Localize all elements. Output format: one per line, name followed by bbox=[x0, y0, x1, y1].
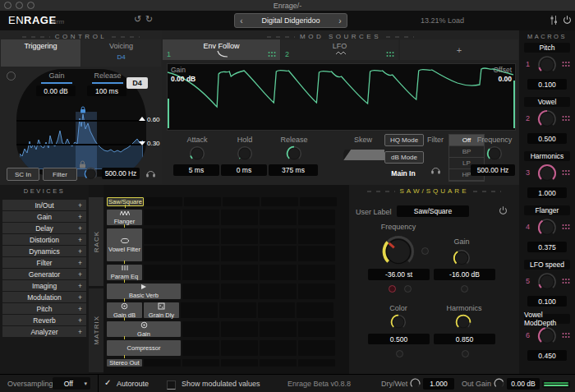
out-gain-knob[interactable] bbox=[494, 378, 504, 389]
matrix-cell[interactable] bbox=[221, 359, 258, 367]
device-category-row[interactable]: Gain + bbox=[2, 211, 86, 222]
rack-device-gain-db[interactable]: Gain dB bbox=[107, 302, 142, 318]
trigger-release-slider[interactable] bbox=[92, 82, 123, 84]
rack-device-param-eq[interactable]: Param Eq bbox=[107, 265, 142, 280]
matrix-cell[interactable] bbox=[144, 359, 181, 367]
mod-frequency-value[interactable]: 500.00 Hz bbox=[471, 164, 515, 176]
dry-wet-knob[interactable] bbox=[410, 378, 421, 389]
preset-next-icon[interactable]: › bbox=[334, 16, 347, 25]
macro-value[interactable]: 0.100 bbox=[527, 79, 567, 90]
out-gain-value[interactable]: 0.00 dB bbox=[507, 378, 540, 390]
macro-grid-icon[interactable] bbox=[562, 115, 570, 123]
macro-grid-icon[interactable] bbox=[562, 332, 570, 340]
matrix-cell[interactable] bbox=[182, 228, 219, 244]
matrix-cell[interactable] bbox=[221, 284, 258, 299]
matrix-cell[interactable] bbox=[144, 246, 181, 261]
note-badge[interactable]: D4 bbox=[126, 77, 148, 89]
add-device-icon[interactable]: + bbox=[78, 282, 82, 290]
mod-source-dot[interactable] bbox=[462, 350, 469, 357]
show-modulated-label[interactable]: Show modulated values bbox=[182, 380, 260, 388]
macro-knob[interactable] bbox=[537, 164, 557, 183]
matrix-cell[interactable] bbox=[182, 246, 219, 261]
device-category-row[interactable]: Delay + bbox=[2, 223, 86, 233]
control-frequency-knob[interactable] bbox=[84, 167, 98, 181]
matrix-cell[interactable] bbox=[298, 359, 335, 367]
macro-knob[interactable] bbox=[537, 326, 557, 346]
macro-grid-icon[interactable] bbox=[562, 61, 570, 69]
preset-prev-icon[interactable]: ‹ bbox=[235, 16, 248, 25]
matrix-cell[interactable] bbox=[144, 228, 181, 244]
device-category-row[interactable]: Reverb + bbox=[2, 315, 86, 325]
preset-name[interactable]: Digital Didgeridoo bbox=[248, 16, 334, 25]
matrix-cell[interactable] bbox=[298, 340, 335, 356]
main-in-label[interactable]: Main In bbox=[384, 168, 422, 178]
macro-label[interactable]: Vowel bbox=[524, 97, 570, 107]
macro-grid-icon[interactable] bbox=[562, 169, 570, 178]
skew-shape-control[interactable] bbox=[343, 147, 385, 164]
threshold-low-line[interactable] bbox=[16, 144, 146, 145]
env-follow-display[interactable]: Gain 0.00 dB Offset 0.00 bbox=[167, 63, 516, 131]
macro-value[interactable]: 1.000 bbox=[527, 187, 567, 198]
matrix-cell[interactable] bbox=[260, 340, 297, 356]
macro-value[interactable]: 0.100 bbox=[527, 296, 567, 307]
macro-grid-icon[interactable] bbox=[562, 278, 570, 286]
trigger-release-value[interactable]: 100 ms bbox=[87, 85, 126, 96]
hq-mode-button[interactable]: HQ Mode bbox=[384, 134, 424, 146]
power-icon[interactable] bbox=[563, 15, 572, 26]
matrix-cell[interactable] bbox=[300, 197, 337, 206]
add-mod-source-tab[interactable]: + bbox=[400, 39, 518, 60]
mod-source-dot-active[interactable] bbox=[389, 285, 396, 293]
osc-harmonics-knob[interactable] bbox=[455, 314, 472, 330]
headphone-icon[interactable] bbox=[430, 165, 441, 176]
trigger-gain-slider[interactable] bbox=[41, 82, 72, 84]
rack-device-grain-dly[interactable]: Grain Dly bbox=[144, 302, 179, 318]
matrix-cell[interactable] bbox=[260, 321, 297, 337]
add-device-icon[interactable]: + bbox=[78, 305, 82, 313]
device-category-row[interactable]: Dynamics + bbox=[2, 246, 86, 256]
attack-value[interactable]: 5 ms bbox=[173, 164, 219, 176]
matrix-cell[interactable] bbox=[260, 228, 297, 244]
macro-knob[interactable] bbox=[537, 218, 557, 238]
matrix-cell[interactable] bbox=[298, 246, 335, 261]
matrix-cell[interactable] bbox=[298, 228, 335, 244]
preset-selector[interactable]: ‹ Digital Didgeridoo › bbox=[234, 13, 347, 28]
rack-tab[interactable]: RACK bbox=[89, 197, 104, 286]
hold-value[interactable]: 0 ms bbox=[221, 164, 267, 176]
matrix-cell[interactable] bbox=[298, 210, 335, 225]
matrix-cell[interactable] bbox=[297, 302, 334, 318]
mod-amount-dot[interactable] bbox=[421, 247, 429, 255]
matrix-cell[interactable] bbox=[260, 246, 297, 261]
mod-source-dot[interactable] bbox=[396, 350, 403, 357]
dry-wet-value[interactable]: 1.000 bbox=[423, 378, 454, 390]
matrix-cell[interactable] bbox=[223, 197, 260, 206]
add-device-icon[interactable]: + bbox=[78, 270, 82, 279]
macro-label[interactable]: LFO speed bbox=[524, 260, 570, 270]
mod-matrix-grid-icon[interactable] bbox=[268, 51, 276, 59]
macro-knob[interactable] bbox=[537, 272, 557, 292]
matrix-cell[interactable] bbox=[221, 265, 258, 280]
matrix-cell[interactable] bbox=[182, 321, 219, 337]
matrix-cell[interactable] bbox=[182, 284, 219, 299]
macro-value[interactable]: 0.375 bbox=[527, 242, 567, 252]
add-device-icon[interactable]: + bbox=[78, 328, 82, 336]
mod-source-dot[interactable] bbox=[461, 285, 468, 293]
mod-matrix-grid-icon[interactable] bbox=[386, 51, 394, 59]
matrix-tab[interactable]: MATRIX bbox=[89, 288, 104, 372]
osc-harmonics-value[interactable]: 0.850 bbox=[434, 334, 495, 344]
macro-grid-icon[interactable] bbox=[562, 224, 570, 232]
add-device-icon[interactable]: + bbox=[78, 213, 82, 221]
mod-frequency-knob[interactable] bbox=[486, 145, 503, 162]
matrix-cell[interactable] bbox=[260, 359, 297, 367]
device-category-row[interactable]: In/Out + bbox=[2, 200, 86, 210]
device-category-row[interactable]: Imaging + bbox=[2, 280, 86, 291]
macro-value[interactable]: 0.450 bbox=[527, 350, 567, 361]
osc-color-knob[interactable] bbox=[390, 314, 407, 330]
matrix-cell[interactable] bbox=[219, 302, 256, 318]
settings-sliders-icon[interactable] bbox=[549, 15, 559, 27]
hold-knob[interactable] bbox=[237, 145, 253, 162]
macro-knob[interactable] bbox=[537, 109, 557, 129]
macro-value[interactable]: 0.500 bbox=[527, 133, 567, 144]
rack-device-gain[interactable]: Gain bbox=[107, 321, 181, 337]
matrix-cell[interactable] bbox=[182, 265, 219, 280]
device-category-row[interactable]: Modulation + bbox=[2, 292, 86, 302]
